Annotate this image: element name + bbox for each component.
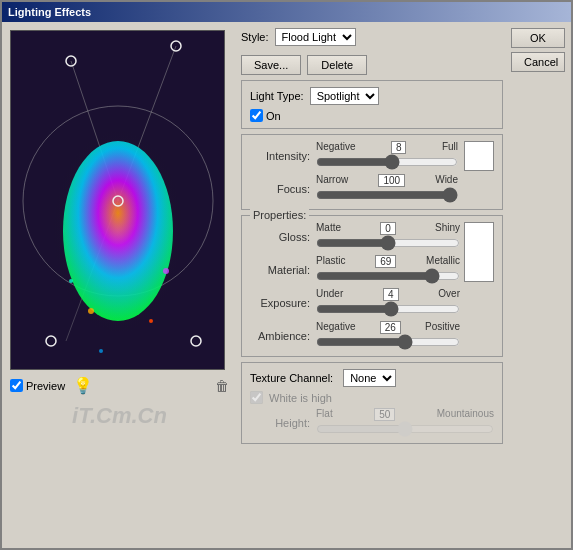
save-button[interactable]: Save... — [241, 55, 301, 75]
height-slider-container: Flat 50 Mountainous — [316, 408, 494, 437]
height-min: Flat — [316, 408, 333, 421]
gloss-label: Gloss: — [250, 231, 310, 243]
intensity-focus-section: Intensity: Negative 8 Full Focus: — [241, 134, 503, 210]
exposure-min: Under — [316, 288, 343, 301]
on-check[interactable] — [250, 109, 263, 122]
intensity-row: Intensity: Negative 8 Full — [250, 141, 458, 170]
on-checkbox[interactable]: On — [250, 109, 494, 122]
intensity-min: Negative — [316, 141, 355, 154]
white-is-high-row: White is high — [250, 391, 494, 404]
controls-area: Style: Flood Light Save... Delete Light … — [237, 22, 511, 548]
texture-channel-select[interactable]: None — [343, 369, 396, 387]
ambience-label: Ambience: — [250, 330, 310, 342]
gloss-slider-container: Matte 0 Shiny — [316, 222, 460, 251]
light-bulb-icon: 💡 — [73, 376, 93, 395]
light-type-section: Light Type: Spotlight On — [241, 80, 503, 129]
delete-button[interactable]: Delete — [307, 55, 367, 75]
height-slider — [316, 421, 494, 437]
ambience-labels: Negative 26 Positive — [316, 321, 460, 334]
svg-point-6 — [48, 121, 188, 341]
preview-controls: Preview 💡 🗑 — [10, 376, 229, 395]
preview-canvas — [10, 30, 225, 370]
on-label: On — [266, 110, 281, 122]
focus-slider[interactable] — [316, 187, 458, 203]
intensity-slider[interactable] — [316, 154, 458, 170]
intensity-focus-sliders: Intensity: Negative 8 Full Focus: — [250, 141, 458, 203]
style-select[interactable]: Flood Light — [275, 28, 356, 46]
material-labels: Plastic 69 Metallic — [316, 255, 460, 268]
height-row: Height: Flat 50 Mountainous — [250, 408, 494, 437]
material-min: Plastic — [316, 255, 345, 268]
gloss-slider[interactable] — [316, 235, 460, 251]
focus-labels: Narrow 100 Wide — [316, 174, 458, 187]
intensity-color-swatch[interactable] — [464, 141, 494, 171]
exposure-label: Exposure: — [250, 297, 310, 309]
svg-point-7 — [88, 308, 94, 314]
material-label: Material: — [250, 264, 310, 276]
material-slider[interactable] — [316, 268, 460, 284]
exposure-value: 4 — [383, 288, 399, 301]
material-max: Metallic — [426, 255, 460, 268]
focus-label: Focus: — [250, 183, 310, 195]
main-content: Preview 💡 🗑 iT.Cm.Cn Style: Flood Light … — [2, 22, 571, 548]
preview-check[interactable] — [10, 379, 23, 392]
trash-icon[interactable]: 🗑 — [215, 378, 229, 394]
exposure-max: Over — [438, 288, 460, 301]
ok-button[interactable]: OK — [511, 28, 565, 48]
dialog-title: Lighting Effects — [8, 6, 91, 18]
properties-inner: Gloss: Matte 0 Shiny — [250, 222, 494, 350]
height-value: 50 — [374, 408, 395, 421]
save-delete-row: Save... Delete — [241, 55, 503, 75]
properties-section: Properties: Gloss: Matte 0 Shiny — [241, 215, 503, 357]
focus-value: 100 — [378, 174, 405, 187]
style-row: Style: Flood Light — [241, 28, 503, 46]
svg-point-11 — [99, 349, 103, 353]
gloss-max: Shiny — [435, 222, 460, 235]
material-color-swatch[interactable] — [464, 222, 494, 282]
intensity-label: Intensity: — [250, 150, 310, 162]
height-max: Mountainous — [437, 408, 494, 421]
light-type-select[interactable]: Spotlight — [310, 87, 379, 105]
watermark: iT.Cm.Cn — [10, 403, 229, 429]
svg-point-10 — [163, 268, 169, 274]
exposure-slider-container: Under 4 Over — [316, 288, 460, 317]
btn-area: OK Cancel — [511, 22, 571, 548]
focus-slider-container: Narrow 100 Wide — [316, 174, 458, 203]
ambience-min: Negative — [316, 321, 355, 334]
material-value: 69 — [375, 255, 396, 268]
intensity-labels: Negative 8 Full — [316, 141, 458, 154]
focus-row: Focus: Narrow 100 Wide — [250, 174, 458, 203]
cancel-button[interactable]: Cancel — [511, 52, 565, 72]
focus-min: Narrow — [316, 174, 348, 187]
ambience-row: Ambience: Negative 26 Positive — [250, 321, 460, 350]
exposure-labels: Under 4 Over — [316, 288, 460, 301]
texture-channel-row: Texture Channel: None — [250, 369, 494, 387]
gloss-labels: Matte 0 Shiny — [316, 222, 460, 235]
properties-label: Properties: — [250, 209, 309, 221]
texture-label: Texture Channel: — [250, 372, 333, 384]
style-label: Style: — [241, 31, 269, 43]
title-bar: Lighting Effects — [2, 2, 571, 22]
svg-point-8 — [149, 319, 153, 323]
intensity-max: Full — [442, 141, 458, 154]
svg-point-9 — [69, 279, 73, 283]
preview-label: Preview — [26, 380, 65, 392]
height-labels: Flat 50 Mountainous — [316, 408, 494, 421]
white-is-high-label: White is high — [269, 392, 332, 404]
ambience-slider[interactable] — [316, 334, 460, 350]
preview-svg — [11, 31, 225, 370]
lighting-effects-dialog: Lighting Effects — [0, 0, 573, 550]
light-type-label: Light Type: — [250, 90, 304, 102]
intensity-slider-container: Negative 8 Full — [316, 141, 458, 170]
material-row: Material: Plastic 69 Metallic — [250, 255, 460, 284]
ambience-slider-container: Negative 26 Positive — [316, 321, 460, 350]
properties-sliders: Gloss: Matte 0 Shiny — [250, 222, 460, 350]
preview-checkbox[interactable]: Preview — [10, 379, 65, 392]
gloss-value: 0 — [380, 222, 396, 235]
focus-max: Wide — [435, 174, 458, 187]
gloss-min: Matte — [316, 222, 341, 235]
material-slider-container: Plastic 69 Metallic — [316, 255, 460, 284]
left-panel: Preview 💡 🗑 iT.Cm.Cn — [2, 22, 237, 548]
white-is-high-check — [250, 391, 263, 404]
exposure-slider[interactable] — [316, 301, 460, 317]
